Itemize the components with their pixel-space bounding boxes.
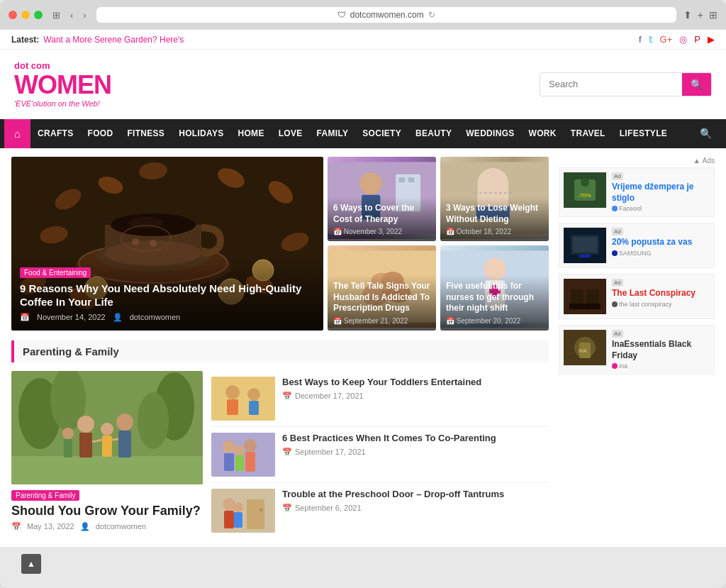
twitter-icon[interactable]: 𝕥 (649, 34, 653, 45)
article-list-item-3[interactable]: Trouble at the Preschool Door – Drop-off… (211, 483, 549, 538)
search-input[interactable] (540, 73, 682, 95)
search-button[interactable]: 🔍 (682, 73, 711, 96)
ad-4-sponsored: ina (612, 362, 710, 370)
ad-1-label: Ad (612, 172, 710, 180)
nav-love[interactable]: LOVE (272, 120, 310, 147)
youtube-icon[interactable]: ▶ (708, 34, 715, 45)
article-list-item-2[interactable]: 6 Best Practices When It Comes To Co-Par… (211, 427, 549, 483)
googleplus-icon[interactable]: G+ (660, 34, 673, 45)
ad-1-title[interactable]: Vrijeme džempera je stiglo (612, 182, 710, 204)
nav-home[interactable]: HOME (231, 120, 272, 147)
nav-fitness[interactable]: FITNESS (120, 120, 172, 147)
scroll-to-top-button[interactable]: ▲ (21, 554, 41, 574)
parenting-main-meta: 📅 May 13, 2022 👤 dotcomwomen (11, 522, 203, 531)
ad-block-4[interactable]: INA Ad InaEssentials Black Friday ina (559, 325, 715, 375)
social-links: f 𝕥 G+ ◎ P ▶ (639, 34, 715, 45)
tabs-button[interactable]: ⊞ (709, 9, 717, 21)
featured-main-article[interactable]: Food & Entertaining 9 Reasons Why You Ne… (11, 157, 323, 331)
parenting-article-list: Best Ways to Keep Your Toddlers Entertai… (211, 371, 549, 538)
svg-rect-93 (585, 304, 601, 309)
author-icon: 👤 (113, 313, 123, 322)
ad-block-2[interactable]: Ad 20% popusta za vas SAMSUNG (559, 223, 715, 268)
home-nav-button[interactable]: ⌂ (4, 119, 30, 148)
nav-lifestyle[interactable]: LIFESTYLE (613, 120, 674, 147)
ad-badge: Ad (612, 228, 623, 235)
ad-3-title[interactable]: The Last Conspiracy (612, 288, 710, 299)
side-article-1[interactable]: 6 Ways to Cover the Cost of Therapy 📅 No… (328, 157, 436, 242)
nav-travel[interactable]: TRAVEL (564, 120, 613, 147)
sidebar-toggle[interactable]: ⊞ (50, 9, 63, 22)
nav-food[interactable]: FOOD (81, 120, 121, 147)
featured-main-overlay: Food & Entertaining 9 Reasons Why You Ne… (11, 257, 323, 331)
ad-label: ▲ Ads (559, 157, 715, 165)
ad-4-title[interactable]: InaEssentials Black Friday (612, 339, 710, 361)
parenting-main-article[interactable]: Parenting & Family Should You Grow Your … (11, 371, 203, 538)
nav-controls: ⊞ ‹ › (50, 9, 89, 22)
side-article-4-title: Five useful tips for nurses to get throu… (446, 281, 543, 314)
content-area: Food & Entertaining 9 Reasons Why You Ne… (11, 157, 549, 538)
ad-badge: Ad (612, 279, 623, 287)
ad-1-thumb: -70% (564, 172, 606, 208)
svg-rect-57 (102, 436, 112, 457)
svg-rect-71 (245, 452, 255, 472)
site-header: dot com WOMEN 'EVE'olution on the Web! 🔍 (0, 50, 726, 119)
nav-holidays[interactable]: HOLIDAYS (172, 120, 230, 147)
new-tab-button[interactable]: + (698, 9, 703, 21)
article-list-item-1[interactable]: Best Ways to Keep Your Toddlers Entertai… (211, 371, 549, 427)
nav-beauty[interactable]: BEAUTY (408, 120, 459, 147)
side-article-1-overlay: 6 Ways to Cover the Cost of Therapy 📅 No… (328, 197, 436, 241)
facebook-icon[interactable]: f (639, 34, 642, 45)
forward-button[interactable]: › (80, 9, 89, 22)
ad-dot-icon (612, 301, 618, 307)
svg-point-68 (223, 440, 235, 453)
page-content: Latest: Want a More Serene Garden? Here'… (0, 30, 726, 547)
ad-block-1[interactable]: -70% Ad Vrijeme džempera je stiglo Faceo… (559, 167, 715, 217)
close-button[interactable] (9, 11, 17, 19)
ad-dot-icon (612, 206, 618, 211)
nav-crafts[interactable]: CRAFTS (30, 120, 80, 147)
svg-point-52 (77, 416, 94, 433)
site-logo[interactable]: dot com WOMEN 'EVE'olution on the Web! (14, 61, 111, 108)
svg-rect-73 (235, 455, 244, 471)
browser-window: ⊞ ‹ › 🛡 dotcomwomen.com ↻ ⬆ + ⊞ Latest: … (0, 0, 726, 588)
nav-search-icon[interactable]: 🔍 (690, 119, 722, 148)
side-article-2[interactable]: 3 Ways to Lose Weight Without Dieting 📅 … (440, 157, 549, 242)
side-article-1-meta: 📅 November 3, 2022 (333, 228, 430, 235)
svg-point-72 (235, 445, 245, 455)
back-button[interactable]: ‹ (67, 9, 76, 22)
ad-block-3[interactable]: Ad The Last Conspiracy the last conspira… (559, 274, 715, 319)
coparenting-thumb (211, 433, 275, 477)
preschool-thumb (211, 489, 275, 533)
side-article-3[interactable]: The Tell Tale Signs Your Husband Is Addi… (328, 245, 436, 331)
parenting-main-date: May 13, 2022 (27, 522, 74, 531)
ad-top-text: Ads (703, 157, 715, 165)
side-article-2-title: 3 Ways to Lose Weight Without Dieting (446, 203, 543, 225)
latest-link[interactable]: Want a More Serene Garden? Here's (43, 35, 184, 45)
minimize-button[interactable] (21, 11, 30, 19)
address-bar[interactable]: 🛡 dotcomwomen.com ↻ (96, 7, 676, 23)
article-1-title: Best Ways to Keep Your Toddlers Entertai… (282, 377, 549, 389)
latest-label: Latest: (11, 35, 39, 45)
ad-3-info: Ad The Last Conspiracy the last conspira… (612, 279, 710, 308)
ad-2-title[interactable]: 20% popusta za vas (612, 237, 710, 248)
browser-actions: ⬆ + ⊞ (683, 9, 717, 21)
svg-rect-80 (234, 512, 242, 528)
nav-family[interactable]: FAMILY (310, 120, 356, 147)
pinterest-icon[interactable]: P (694, 34, 700, 45)
nav-society[interactable]: SOCIETY (355, 120, 408, 147)
featured-category-tag: Food & Entertaining (20, 267, 91, 278)
maximize-button[interactable] (34, 11, 43, 19)
instagram-icon[interactable]: ◎ (679, 34, 687, 45)
calendar-icon: 📅 (446, 228, 454, 235)
browser-titlebar: ⊞ ‹ › 🛡 dotcomwomen.com ↻ ⬆ + ⊞ (0, 0, 726, 30)
ad-dot-icon (612, 250, 618, 256)
share-button[interactable]: ⬆ (683, 9, 692, 21)
svg-point-50 (138, 392, 169, 449)
nav-work[interactable]: WORK (522, 120, 564, 147)
calendar-icon: 📅 (333, 228, 342, 235)
svg-point-77 (223, 498, 235, 511)
side-articles-grid: 6 Ways to Cover the Cost of Therapy 📅 No… (328, 157, 549, 331)
logo-dotcom: dot com (14, 61, 111, 71)
nav-weddings[interactable]: WEDDINGS (459, 120, 521, 147)
side-article-4[interactable]: Five useful tips for nurses to get throu… (440, 245, 549, 331)
